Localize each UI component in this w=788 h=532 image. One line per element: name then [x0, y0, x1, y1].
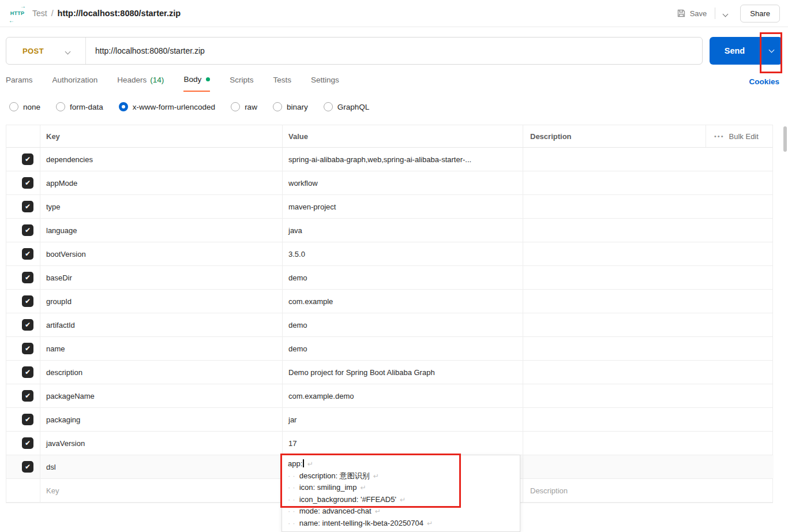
- row-checkbox-checked[interactable]: ✔: [22, 153, 33, 165]
- url-input[interactable]: http://localhost:8080/starter.zip: [95, 46, 205, 55]
- return-marker-icon: ↵: [427, 519, 433, 527]
- row-checkbox-checked[interactable]: ✔: [22, 437, 33, 449]
- row-value[interactable]: 3.5.0: [282, 242, 523, 265]
- row-value[interactable]: Demo project for Spring Boot Alibaba Gra…: [282, 361, 523, 384]
- request-tabs: ParamsAuthorizationHeaders(14)BodyScript…: [6, 75, 339, 92]
- row-description[interactable]: [523, 337, 774, 360]
- row-description[interactable]: [523, 171, 774, 194]
- row-key[interactable]: language: [40, 219, 282, 242]
- share-button[interactable]: Share: [740, 5, 780, 23]
- body-mode-graphql[interactable]: GraphQL: [324, 102, 370, 111]
- row-checkbox-checked[interactable]: ✔: [22, 272, 33, 283]
- row-value[interactable]: com.example.demo: [282, 384, 523, 407]
- row-key[interactable]: packaging: [40, 408, 282, 431]
- row-description[interactable]: [523, 313, 774, 336]
- row-value[interactable]: spring-ai-alibaba-graph,web,spring-ai-al…: [282, 148, 523, 171]
- row-checkbox-checked[interactable]: ✔: [22, 201, 33, 212]
- key-column-header: Key: [40, 125, 282, 147]
- divider: [85, 38, 86, 64]
- row-checkbox-checked[interactable]: ✔: [22, 461, 33, 473]
- body-mode-x-www-form-urlencoded[interactable]: x-www-form-urlencoded: [119, 102, 215, 111]
- save-button[interactable]: Save: [671, 5, 713, 21]
- row-description[interactable]: [523, 219, 774, 242]
- table-row: ✔baseDirdemo: [6, 266, 772, 290]
- tab-scripts[interactable]: Scripts: [230, 75, 253, 92]
- tab-headers[interactable]: Headers(14): [117, 75, 164, 92]
- radio-icon: [9, 102, 18, 111]
- vertical-scrollbar-thumb[interactable]: [783, 126, 787, 152]
- row-key[interactable]: type: [40, 195, 282, 218]
- share-label: Share: [750, 9, 770, 18]
- row-value[interactable]: maven-project: [282, 195, 523, 218]
- http-arrow-right-icon: →: [20, 3, 26, 9]
- row-key[interactable]: groupId: [40, 290, 282, 313]
- cookies-link[interactable]: Cookies: [749, 77, 779, 86]
- select-all-column-header: [6, 125, 40, 147]
- new-description-input[interactable]: Description: [523, 479, 774, 502]
- row-value[interactable]: java: [282, 219, 523, 242]
- row-checkbox-checked[interactable]: ✔: [22, 414, 33, 425]
- save-floppy-icon: [677, 9, 686, 18]
- table-row: ✔appModeworkflow: [6, 171, 772, 195]
- breadcrumb-separator: /: [51, 9, 54, 18]
- value-column-header: Value: [282, 125, 523, 147]
- row-value[interactable]: 17: [282, 432, 523, 455]
- bulk-edit-button[interactable]: ••• Bulk Edit: [706, 125, 774, 147]
- http-arrow-left-icon: ←: [9, 17, 14, 24]
- row-key[interactable]: appMode: [40, 171, 282, 194]
- body-mode-binary[interactable]: binary: [273, 102, 308, 111]
- row-key[interactable]: baseDir: [40, 266, 282, 289]
- body-mode-raw[interactable]: raw: [231, 102, 257, 111]
- row-checkbox-cell: ✔: [6, 242, 40, 265]
- tab-tests[interactable]: Tests: [273, 75, 291, 92]
- breadcrumb-workspace[interactable]: Test: [32, 9, 47, 18]
- row-checkbox-checked[interactable]: ✔: [22, 319, 33, 331]
- row-description[interactable]: [523, 242, 774, 265]
- tab-authorization[interactable]: Authorization: [52, 75, 98, 92]
- row-description[interactable]: [523, 290, 774, 313]
- tab-body[interactable]: Body: [183, 75, 210, 92]
- row-key[interactable]: artifactId: [40, 313, 282, 336]
- body-mode-none[interactable]: none: [9, 102, 40, 111]
- row-value[interactable]: demo: [282, 337, 523, 360]
- method-dropdown-button[interactable]: [66, 46, 70, 56]
- body-mode-form-data[interactable]: form-data: [56, 102, 103, 111]
- tab-params[interactable]: Params: [6, 75, 33, 92]
- row-key[interactable]: dependencies: [40, 148, 282, 171]
- row-checkbox-cell: ✔: [6, 171, 40, 194]
- row-value[interactable]: demo: [282, 313, 523, 336]
- breadcrumb-request-title[interactable]: http://localhost:8080/starter.zip: [58, 9, 181, 18]
- new-key-input[interactable]: Key: [40, 479, 282, 502]
- row-description[interactable]: [523, 266, 774, 289]
- row-description[interactable]: [523, 361, 774, 384]
- row-value[interactable]: com.example: [282, 290, 523, 313]
- save-options-button[interactable]: [718, 3, 733, 23]
- radio-icon: [56, 102, 65, 111]
- row-checkbox-checked[interactable]: ✔: [22, 390, 33, 402]
- row-key[interactable]: name: [40, 337, 282, 360]
- row-value[interactable]: demo: [282, 266, 523, 289]
- tab-settings[interactable]: Settings: [311, 75, 339, 92]
- row-key[interactable]: dsl: [40, 455, 282, 478]
- row-description[interactable]: [523, 384, 774, 407]
- row-checkbox-cell: ✔: [6, 266, 40, 289]
- method-selector[interactable]: POST: [22, 47, 44, 55]
- row-key[interactable]: description: [40, 361, 282, 384]
- row-key[interactable]: bootVersion: [40, 242, 282, 265]
- row-key[interactable]: javaVersion: [40, 432, 282, 455]
- row-description[interactable]: [523, 432, 774, 455]
- send-button[interactable]: Send: [710, 37, 760, 65]
- row-checkbox-checked[interactable]: ✔: [22, 177, 33, 189]
- row-description[interactable]: [523, 455, 774, 478]
- row-checkbox-checked[interactable]: ✔: [22, 295, 33, 307]
- row-value[interactable]: workflow: [282, 171, 523, 194]
- row-checkbox-checked[interactable]: ✔: [22, 366, 33, 378]
- row-checkbox-checked[interactable]: ✔: [22, 224, 33, 236]
- row-value[interactable]: jar: [282, 408, 523, 431]
- row-description[interactable]: [523, 195, 774, 218]
- row-checkbox-checked[interactable]: ✔: [22, 343, 33, 354]
- row-checkbox-checked[interactable]: ✔: [22, 248, 33, 260]
- row-description[interactable]: [523, 408, 774, 431]
- row-description[interactable]: [523, 148, 774, 171]
- row-key[interactable]: packageName: [40, 384, 282, 407]
